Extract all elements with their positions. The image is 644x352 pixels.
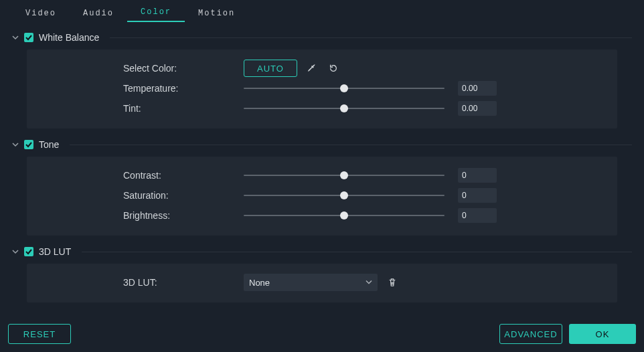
section-header-3d-lut[interactable]: 3D LUT [7,242,637,261]
reset-icon[interactable] [327,62,340,75]
trash-icon[interactable] [386,276,399,289]
checkbox-white-balance[interactable] [24,33,33,42]
divider [70,145,632,145]
tabs-bar: Video Audio Color Motion [0,0,644,23]
section-body-white-balance: Select Color: AUTO Temperature: Tint: [27,50,617,128]
checkbox-3d-lut[interactable] [24,247,33,256]
slider-thumb[interactable] [340,211,348,219]
slider-thumb[interactable] [340,84,348,92]
section-body-tone: Contrast: Saturation: Brightness: [27,157,617,236]
chevron-down-icon [12,34,19,41]
tab-motion[interactable]: Motion [185,3,248,22]
saturation-label: Saturation: [123,190,230,201]
chevron-down-icon [366,278,372,288]
saturation-input[interactable] [458,188,497,203]
slider-thumb[interactable] [340,104,348,112]
saturation-slider[interactable] [244,191,445,200]
brightness-slider[interactable] [244,211,445,220]
contrast-slider[interactable] [244,171,445,180]
section-title: Tone [39,139,59,150]
eyedropper-icon[interactable] [305,62,319,75]
advanced-button[interactable]: ADVANCED [499,324,562,344]
reset-button[interactable]: RESET [8,324,71,344]
tab-audio[interactable]: Audio [70,3,127,22]
tint-input[interactable] [458,101,497,116]
chevron-down-icon [12,141,19,148]
brightness-input[interactable] [458,208,497,223]
tint-slider[interactable] [244,104,445,113]
slider-thumb[interactable] [340,171,348,179]
select-color-label: Select Color: [123,63,230,74]
divider [110,37,632,38]
contrast-label: Contrast: [123,170,230,181]
tint-label: Tint: [123,103,230,114]
section-header-tone[interactable]: Tone [7,135,637,154]
temperature-label: Temperature: [123,83,230,94]
temperature-slider[interactable] [244,84,445,93]
chevron-down-icon [12,248,19,255]
divider [82,252,632,252]
section-title: White Balance [39,32,99,43]
ok-button[interactable]: OK [569,324,636,344]
section-title: 3D LUT [39,246,71,257]
auto-button[interactable]: AUTO [244,60,297,77]
brightness-label: Brightness: [123,210,230,221]
checkbox-tone[interactable] [24,140,33,149]
tab-video[interactable]: Video [12,3,70,22]
content-scroll[interactable]: White Balance Select Color: AUTO Tempera… [0,23,644,316]
contrast-input[interactable] [458,168,497,183]
lut-select[interactable]: None [244,274,378,291]
lut-label: 3D LUT: [123,277,230,288]
lut-select-value: None [249,278,270,288]
slider-thumb[interactable] [340,191,348,199]
section-body-3d-lut: 3D LUT: None [27,264,617,302]
tab-color[interactable]: Color [127,2,185,22]
temperature-input[interactable] [458,81,497,96]
section-header-white-balance[interactable]: White Balance [7,28,637,47]
footer-bar: RESET ADVANCED OK [0,316,644,352]
